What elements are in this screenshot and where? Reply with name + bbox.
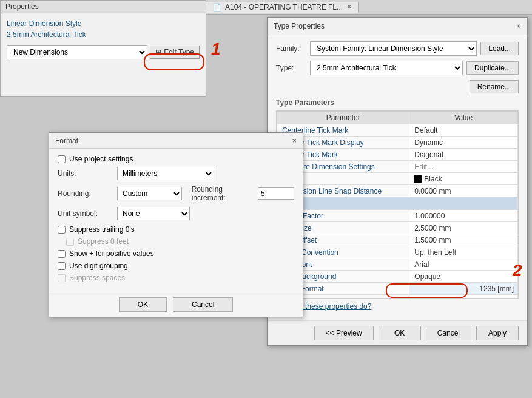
load-button[interactable]: Load... (480, 42, 519, 55)
use-digit-grouping-label: Use digit grouping (69, 261, 128, 270)
format-title-bar: Format × (49, 133, 303, 149)
annotation-1: 1 (211, 39, 221, 59)
tab-close-button[interactable]: ✕ (346, 3, 352, 11)
table-row[interactable]: Interior Tick MarkDiagonal (277, 149, 518, 161)
edit-type-label: Edit Type (164, 48, 194, 56)
dialog-close-button[interactable]: × (516, 21, 521, 31)
param-value-cell: Opaque (409, 271, 518, 283)
suppress-spaces-checkbox[interactable] (58, 274, 66, 282)
type-parameters-label: Type Parameters (276, 98, 519, 107)
format-cancel-button[interactable]: Cancel (173, 297, 233, 312)
suppress-trailing-zeros-label: Suppress trailing 0's (69, 225, 135, 234)
type-label: Type: (276, 64, 306, 72)
param-value-cell[interactable]: Edit... (409, 161, 518, 173)
use-project-settings-checkbox[interactable] (58, 155, 66, 163)
param-value-cell: Black (409, 173, 518, 185)
col-parameter: Parameter (277, 112, 409, 124)
table-row[interactable]: Text BackgroundOpaque (277, 271, 518, 283)
edit-type-button[interactable]: ⊞ Edit Type (150, 46, 200, 59)
units-label: Units: (58, 169, 112, 178)
param-value-cell: Dynamic (409, 137, 518, 149)
properties-link[interactable]: What do these properties do? (276, 302, 519, 311)
properties-panel: Properties Linear Dimension Style 2.5mm … (0, 0, 206, 97)
table-row[interactable]: Interior Tick Mark DisplayDynamic (277, 137, 518, 149)
show-plus-label: Show + for positive values (69, 249, 154, 258)
units-select[interactable]: Millimeters (117, 167, 214, 180)
param-value-cell: 1.5000 mm (409, 234, 518, 246)
use-digit-grouping-checkbox[interactable] (58, 262, 66, 270)
suppress-spaces-label: Suppress spaces (69, 274, 125, 282)
format-ok-button[interactable]: OK (119, 297, 167, 312)
rename-button[interactable]: Rename... (470, 80, 519, 93)
param-value-cell: Up, then Left (409, 246, 518, 258)
format-close-button[interactable]: × (292, 136, 297, 145)
tab-label: A104 - OPERATING THEATRE FL... (225, 3, 343, 12)
suppress-trailing-zeros-checkbox[interactable] (58, 226, 66, 234)
type-name: Linear Dimension Style 2.5mm Architectur… (7, 18, 200, 40)
family-dropdown[interactable]: System Family: Linear Dimension Style (310, 41, 477, 56)
duplicate-button[interactable]: Duplicate... (466, 61, 519, 75)
dialog-title-bar: Type Properties × (268, 18, 527, 35)
param-value-cell: Diagonal (409, 149, 518, 161)
table-row[interactable]: Alternate UnitsNone (277, 295, 518, 299)
param-value-cell: None (409, 295, 518, 299)
table-row[interactable]: Read ConventionUp, then Left (277, 246, 518, 258)
table-row[interactable]: Centerline Tick MarkDefault (277, 124, 518, 137)
dialog-title: Type Properties (274, 22, 325, 30)
show-plus-checkbox[interactable] (58, 250, 66, 258)
table-row[interactable]: Dimension Line Snap Distance0.0000 mm (277, 185, 518, 197)
col-value: Value (409, 112, 518, 124)
table-row[interactable]: Units Format1235 [mm] (277, 283, 518, 295)
param-value-cell: 2.5000 mm (409, 222, 518, 234)
rounding-select[interactable]: Custom (117, 187, 182, 200)
dialog-footer: << Preview OK Cancel Apply (268, 320, 527, 345)
properties-label: Properties (5, 2, 39, 11)
table-row[interactable]: Text Offset1.5000 mm (277, 234, 518, 246)
param-value-cell[interactable]: 1235 [mm] (409, 283, 518, 295)
table-row[interactable]: ColorBlack (277, 173, 518, 185)
format-title: Format (55, 137, 78, 145)
rounding-increment-label: Rounding increment: (192, 185, 251, 202)
apply-button[interactable]: Apply (476, 326, 519, 340)
format-dialog: Format × Use project settings Units: Mil… (49, 132, 303, 317)
params-table: Parameter Value Centerline Tick MarkDefa… (277, 111, 518, 298)
properties-title: Properties (1, 1, 206, 13)
family-label: Family: (276, 44, 306, 53)
unit-symbol-select[interactable]: None (117, 207, 190, 220)
table-row[interactable]: Ordinate Dimension SettingsEdit... (277, 161, 518, 173)
rounding-increment-input[interactable] (258, 187, 294, 200)
param-value-cell: 0.0000 mm (409, 185, 518, 197)
rounding-label: Rounding: (58, 189, 112, 198)
suppress-0-feet-checkbox[interactable] (66, 238, 74, 246)
tab-bar: 📄 A104 - OPERATING THEATRE FL... ✕ (206, 0, 532, 15)
type-dropdown[interactable]: 2.5mm Architectural Tick (310, 61, 463, 75)
tab-icon: 📄 (212, 3, 221, 12)
table-row[interactable]: Width Factor1.000000 (277, 210, 518, 222)
suppress-0-feet-label: Suppress 0 feet (78, 237, 129, 246)
param-value-cell: Arial (409, 258, 518, 271)
use-project-settings-label: Use project settings (69, 155, 133, 163)
param-value-cell: 1.000000 (409, 210, 518, 222)
cancel-button[interactable]: Cancel (426, 326, 471, 340)
table-row[interactable]: Text FontArial (277, 258, 518, 271)
table-row[interactable]: Text Size2.5000 mm (277, 222, 518, 234)
type-properties-dialog: Type Properties × Family: System Family:… (267, 17, 528, 346)
edit-type-icon: ⊞ (155, 48, 161, 56)
params-table-container[interactable]: Parameter Value Centerline Tick MarkDefa… (276, 110, 519, 298)
param-value-cell: Default (409, 124, 518, 137)
table-row[interactable]: Text (277, 197, 518, 210)
ok-button[interactable]: OK (379, 326, 421, 340)
format-footer: OK Cancel (49, 292, 303, 317)
dimensions-dropdown[interactable]: New Dimensions (7, 45, 147, 59)
unit-symbol-label: Unit symbol: (58, 209, 112, 218)
tab-item[interactable]: 📄 A104 - OPERATING THEATRE FL... ✕ (206, 2, 359, 13)
preview-button[interactable]: << Preview (314, 326, 374, 340)
